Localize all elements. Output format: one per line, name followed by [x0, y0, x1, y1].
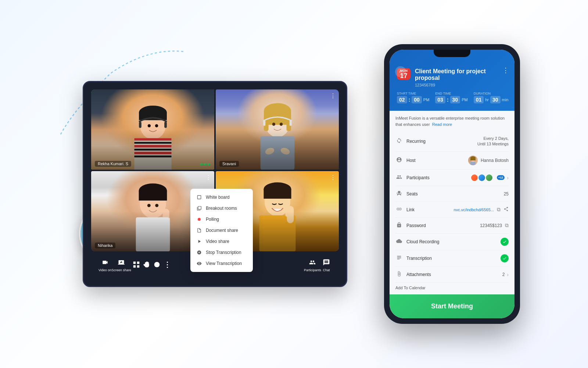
- time-row: Start Time 02 : 00 PM End Time: [397, 92, 507, 103]
- doc-share-icon: [196, 227, 202, 233]
- phone-header: ← ⋮ Mon 17 Client Meeting fo: [390, 50, 514, 111]
- view-transcription-icon: [196, 261, 202, 266]
- screen-share-btn[interactable]: Screen share: [111, 257, 131, 272]
- password-value: 12345$123: [480, 223, 502, 228]
- seats-icon: [395, 190, 403, 198]
- sound-waves-1: ≋≋≋: [200, 162, 211, 167]
- left-section: 📄: [68, 81, 362, 287]
- record-btn[interactable]: [152, 259, 162, 270]
- info-row-participants[interactable]: Participants +12 ›: [395, 170, 509, 186]
- mini-avatar-1: [470, 174, 478, 182]
- participant-name-3: Niharika: [95, 243, 115, 248]
- more-btn[interactable]: ⋮: [162, 259, 172, 270]
- start-time-block: Start Time 02 : 00 PM: [397, 92, 429, 103]
- duration-block: Duration 01 hr 30 min: [474, 92, 509, 103]
- menu-breakout[interactable]: Breakout rooms: [190, 203, 253, 214]
- menu-video-share[interactable]: Video share: [190, 236, 253, 247]
- stop-transcription-icon: [196, 250, 202, 255]
- participants-btn[interactable]: Participants: [304, 257, 321, 272]
- back-button[interactable]: ←: [395, 66, 406, 77]
- tablet-frame: Rekha Kumari. S ≋≋≋: [83, 81, 347, 287]
- start-meeting-button[interactable]: Start Meeting: [390, 294, 514, 318]
- svg-rect-48: [263, 189, 291, 199]
- more-icon: ⋮: [502, 67, 509, 74]
- svg-rect-15: [139, 121, 141, 128]
- menu-view-transcription[interactable]: View Transcription: [190, 258, 253, 269]
- svg-point-42: [155, 204, 158, 207]
- info-row-link: Link nvc.vc/indbchd/6565... ⧉: [395, 202, 509, 218]
- participants-avatars: [470, 174, 493, 182]
- link-label: Link: [406, 207, 415, 212]
- recurring-icon: [395, 138, 403, 145]
- cell-menu-2[interactable]: ⋮: [330, 92, 336, 99]
- polling-icon: [196, 216, 202, 222]
- svg-point-34: [279, 123, 282, 125]
- chat-icon: [321, 257, 331, 268]
- add-to-calendar[interactable]: Add To Calendar: [395, 283, 509, 291]
- start-ampm: PM: [423, 98, 430, 102]
- video-icon: [100, 257, 110, 268]
- start-min: 00: [412, 96, 422, 103]
- duration-hr-label: hr: [485, 98, 489, 102]
- phone-body: InMeet Fusion is a versatile enterprise …: [390, 111, 514, 295]
- participants-label: Participants: [304, 268, 321, 272]
- menu-breakout-label: Breakout rooms: [206, 206, 237, 211]
- participants-row-icon: [395, 174, 403, 181]
- start-hour: 02: [397, 96, 407, 103]
- copy-password-icon[interactable]: ⧉: [505, 222, 509, 229]
- participants-icon: [307, 257, 318, 268]
- video-btn[interactable]: Video on: [98, 257, 111, 272]
- svg-point-18: [155, 124, 158, 127]
- breakout-icon: [196, 205, 202, 211]
- info-row-attachments[interactable]: Attachments 2 ›: [395, 267, 509, 283]
- right-section: ← ⋮ Mon 17 Client Meeting fo: [384, 44, 520, 324]
- menu-view-transcription-label: View Transcription: [206, 261, 242, 266]
- menu-stop-transcription-label: Stop Transcription: [206, 250, 241, 255]
- phone-screen: ← ⋮ Mon 17 Client Meeting fo: [390, 50, 514, 318]
- start-time-label: Start Time: [397, 92, 429, 95]
- menu-doc-share-label: Document share: [206, 228, 238, 233]
- svg-rect-16: [164, 121, 167, 128]
- link-value[interactable]: nvc.vc/indbchd/6565...: [454, 208, 494, 212]
- main-content: 📄: [0, 0, 588, 368]
- duration-min-label: min: [502, 98, 509, 102]
- link-actions: nvc.vc/indbchd/6565... ⧉: [454, 206, 509, 213]
- info-row-seats: Seats 25: [395, 186, 509, 202]
- end-hour: 03: [435, 96, 445, 103]
- read-more-link[interactable]: Read more: [432, 122, 452, 127]
- phone-notch: [434, 50, 470, 57]
- recurring-label: Recurring: [406, 139, 426, 144]
- participants-row-label: Participants: [406, 175, 430, 180]
- mini-avatar-2: [478, 174, 486, 182]
- svg-point-52: [154, 262, 160, 268]
- menu-whiteboard[interactable]: White board: [190, 192, 253, 203]
- chat-btn[interactable]: Chat: [321, 257, 331, 272]
- menu-video-share-label: Video share: [206, 239, 229, 244]
- password-label: Password: [406, 223, 426, 228]
- video-label: Video on: [98, 268, 111, 272]
- meeting-id: 123456789: [415, 83, 507, 87]
- time-sep-2: :: [447, 97, 449, 103]
- grid-btn[interactable]: [131, 259, 141, 270]
- cloud-recording-icon: [395, 238, 403, 245]
- menu-doc-share[interactable]: Document share: [190, 225, 253, 236]
- transcription-label: Transcription: [406, 256, 432, 261]
- info-row-recurring: Recurring Every 2 Days,Until 13 Meetings: [395, 132, 509, 152]
- share-link-icon[interactable]: [503, 206, 509, 213]
- end-time-label: End Time: [435, 92, 467, 95]
- meeting-title: Client Meeting for project proposal: [415, 68, 507, 81]
- whiteboard-icon: [196, 194, 202, 200]
- duration-min: 30: [490, 96, 501, 103]
- more-menu-button[interactable]: ⋮: [502, 66, 509, 74]
- copy-link-icon[interactable]: ⧉: [497, 206, 501, 213]
- cell-menu-4[interactable]: ⋮: [330, 174, 336, 181]
- cell-menu-3[interactable]: ⋮: [205, 174, 211, 181]
- duration-label: Duration: [474, 92, 509, 95]
- menu-polling[interactable]: Polling: [190, 214, 253, 225]
- seats-value: 25: [504, 191, 509, 197]
- context-menu: White board Breakout rooms Polling: [190, 189, 253, 272]
- transcription-icon: [395, 255, 403, 262]
- menu-stop-transcription[interactable]: Stop Transcription: [190, 247, 253, 258]
- hand-btn[interactable]: [141, 259, 152, 270]
- phone-inner-content: ← ⋮ Mon 17 Client Meeting fo: [390, 50, 514, 318]
